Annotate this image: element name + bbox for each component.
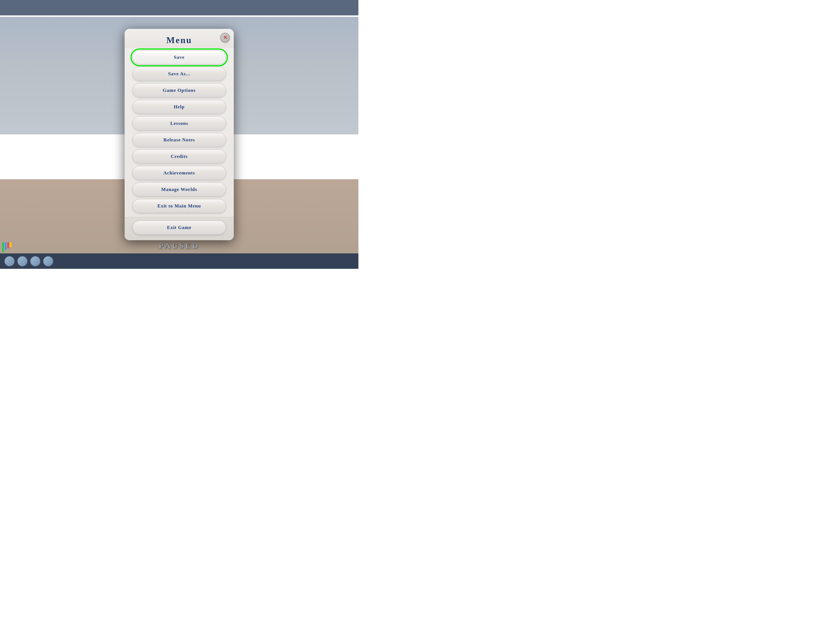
- exit-game-button[interactable]: Exit Game: [133, 221, 226, 235]
- close-button[interactable]: ✕: [220, 33, 230, 42]
- modal-body: SaveSave As...Game OptionsHelpLessonsRel…: [125, 48, 234, 217]
- menu-modal: Menu ✕ SaveSave As...Game OptionsHelpLes…: [125, 29, 234, 240]
- save-button[interactable]: Save: [133, 51, 226, 65]
- game-options-button[interactable]: Game Options: [133, 84, 226, 98]
- lessons-button[interactable]: Lessons: [133, 117, 226, 131]
- credits-button[interactable]: Credits: [133, 150, 226, 164]
- help-button[interactable]: Help: [133, 100, 226, 114]
- save-btn-wrapper: Save: [133, 51, 226, 65]
- modal-overlay: Menu ✕ SaveSave As...Game OptionsHelpLes…: [0, 0, 358, 269]
- manage-worlds-button[interactable]: Manage Worlds: [133, 183, 226, 197]
- exit-to-main-menu-button[interactable]: Exit to Main Menu: [133, 199, 226, 213]
- modal-header: Menu ✕: [125, 29, 234, 48]
- achievements-button[interactable]: Achievements: [133, 166, 226, 180]
- save-as-button[interactable]: Save As...: [133, 67, 226, 81]
- modal-title: Menu: [166, 35, 192, 45]
- modal-footer: Exit Game: [125, 217, 234, 240]
- close-icon: ✕: [223, 35, 227, 40]
- release-notes-button[interactable]: Release Notes: [133, 133, 226, 147]
